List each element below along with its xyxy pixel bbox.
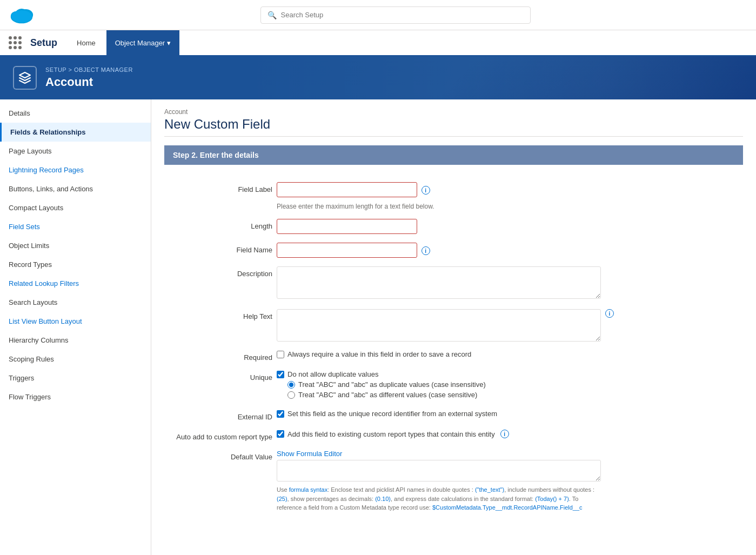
sidebar-item-related-lookup-filters[interactable]: Related Lookup Filters — [0, 274, 151, 293]
divider — [164, 136, 743, 137]
formula-hint-metadata-example: $CustomMetadata.Type__mdt.RecordAPIName.… — [432, 504, 583, 511]
sidebar-item-triggers[interactable]: Triggers — [0, 369, 151, 387]
unique-radio-insensitive[interactable] — [287, 381, 295, 389]
auto-add-checkbox[interactable] — [277, 430, 284, 438]
required-checkbox-row: Always require a value in this field in … — [277, 350, 655, 358]
sidebar-item-fields-relationships[interactable]: Fields & Relationships — [0, 123, 151, 142]
external-id-field: Set this field as the unique record iden… — [277, 410, 655, 420]
default-value-label: Default Value — [164, 450, 272, 461]
help-text-label: Help Text — [164, 309, 272, 320]
external-id-row: External ID Set this field as the unique… — [164, 405, 743, 425]
formula-hint-decimal-example: (0.10) — [375, 496, 391, 502]
sidebar-item-flow-triggers[interactable]: Flow Triggers — [0, 387, 151, 406]
unique-radio-sensitive[interactable] — [287, 391, 295, 399]
external-id-checkbox[interactable] — [277, 410, 284, 418]
sidebar-item-page-layouts[interactable]: Page Layouts — [0, 142, 151, 161]
sidebar-item-buttons-links-actions[interactable]: Buttons, Links, and Actions — [0, 179, 151, 198]
unique-checkbox-label: Do not allow duplicate values — [287, 370, 378, 378]
description-textarea[interactable] — [277, 266, 601, 299]
formula-hint-text-example: ("the_text") — [475, 486, 504, 493]
length-input[interactable] — [277, 219, 417, 234]
sidebar-item-hierarchy-columns[interactable]: Hierarchy Columns — [0, 331, 151, 350]
content-main-title: New Custom Field — [164, 117, 743, 132]
field-name-info-icon[interactable]: i — [422, 246, 430, 255]
content-header: Account New Custom Field — [164, 108, 743, 132]
app-launcher-icon[interactable] — [9, 36, 22, 49]
sidebar-item-field-sets[interactable]: Field Sets — [0, 217, 151, 236]
help-text-row: Help Text i — [164, 305, 743, 346]
sidebar: Details Fields & Relationships Page Layo… — [0, 99, 151, 555]
search-icon: 🔍 — [267, 11, 277, 19]
field-name-label: Field Name — [164, 243, 272, 254]
field-label-info-icon[interactable]: i — [422, 186, 430, 195]
required-label: Required — [164, 350, 272, 362]
field-label-row: Field Label i — [164, 178, 743, 202]
sidebar-item-search-layouts[interactable]: Search Layouts — [0, 293, 151, 312]
description-field — [277, 266, 655, 300]
external-id-label: External ID — [164, 410, 272, 421]
sidebar-item-record-types[interactable]: Record Types — [0, 255, 151, 274]
chevron-down-icon: ▾ — [167, 39, 171, 47]
layers-icon — [18, 71, 31, 84]
field-label-field: i — [277, 182, 655, 197]
length-hint-row: Please enter the maximum length for a te… — [164, 202, 743, 215]
unique-checkbox[interactable] — [277, 371, 284, 378]
default-value-field: Show Formula Editor Use formula syntax: … — [277, 450, 655, 512]
main-layout: Details Fields & Relationships Page Layo… — [0, 99, 756, 555]
object-icon-box — [13, 66, 37, 90]
sidebar-item-scoping-rules[interactable]: Scoping Rules — [0, 350, 151, 369]
breadcrumb-object-manager[interactable]: OBJECT MANAGER — [74, 66, 133, 73]
length-hint-spacer — [164, 203, 272, 206]
unique-label: Unique — [164, 370, 272, 382]
step-header: Step 2. Enter the details — [164, 145, 743, 165]
search-bar[interactable]: 🔍 — [260, 6, 531, 24]
external-id-checkbox-row: Set this field as the unique record iden… — [277, 410, 655, 418]
help-text-textarea[interactable] — [277, 309, 601, 342]
description-row: Description — [164, 262, 743, 305]
unique-checkbox-row: Do not allow duplicate values — [277, 370, 655, 378]
form-section: Field Label i Please enter the maximum l… — [164, 173, 743, 521]
unique-radio-sensitive-label: Treat "ABC" and "abc" as different value… — [298, 391, 477, 399]
unique-field: Do not allow duplicate values Treat "ABC… — [277, 370, 655, 401]
unique-row: Unique Do not allow duplicate values Tre… — [164, 366, 743, 405]
field-name-input[interactable] — [277, 243, 417, 258]
description-label: Description — [164, 266, 272, 278]
breadcrumb-setup[interactable]: SETUP — [45, 66, 66, 73]
sidebar-item-object-limits[interactable]: Object Limits — [0, 236, 151, 255]
length-field — [277, 219, 655, 234]
required-checkbox[interactable] — [277, 351, 284, 358]
required-row: Required Always require a value in this … — [164, 346, 743, 366]
formula-syntax-link[interactable]: formula syntax — [289, 486, 328, 493]
default-value-row: Default Value Show Formula Editor Use fo… — [164, 445, 743, 517]
unique-radio-insensitive-row: Treat "ABC" and "abc" as duplicate value… — [287, 380, 655, 389]
auto-add-label: Auto add to custom report type — [164, 430, 272, 441]
header-text: SETUP > OBJECT MANAGER Account — [45, 66, 133, 89]
external-id-checkbox-label: Set this field as the unique record iden… — [287, 410, 497, 418]
field-label-input[interactable] — [277, 182, 417, 197]
show-formula-link[interactable]: Show Formula Editor — [277, 450, 342, 458]
salesforce-logo — [9, 6, 35, 24]
formula-hint: Use formula syntax: Enclose text and pic… — [277, 485, 601, 512]
sidebar-item-list-view-button-layout[interactable]: List View Button Layout — [0, 312, 151, 331]
nav-bar: Setup Home Object Manager ▾ — [0, 30, 756, 56]
field-name-field: i — [277, 243, 655, 258]
auto-add-checkbox-label: Add this field to existing custom report… — [287, 430, 495, 438]
page-title: Account — [45, 75, 133, 89]
formula-hint-date-example: (Today() + 7) — [535, 496, 569, 502]
sidebar-item-details[interactable]: Details — [0, 104, 151, 123]
help-text-info-icon[interactable]: i — [605, 309, 614, 318]
search-input[interactable] — [281, 11, 524, 19]
field-label-label: Field Label — [164, 182, 272, 193]
svg-point-4 — [11, 10, 32, 22]
nav-object-manager[interactable]: Object Manager ▾ — [106, 30, 180, 56]
default-value-textarea[interactable] — [277, 460, 601, 482]
sidebar-item-compact-layouts[interactable]: Compact Layouts — [0, 198, 151, 217]
field-name-row: Field Name i — [164, 238, 743, 262]
nav-home[interactable]: Home — [68, 30, 104, 56]
sidebar-item-lightning-record-pages[interactable]: Lightning Record Pages — [0, 161, 151, 179]
header-band: SETUP > OBJECT MANAGER Account — [0, 56, 756, 99]
help-text-field: i — [277, 309, 655, 342]
unique-radio-group: Treat "ABC" and "abc" as duplicate value… — [287, 380, 655, 399]
formula-hint-number-example: (25) — [277, 496, 287, 502]
auto-add-info-icon[interactable]: i — [500, 430, 509, 438]
